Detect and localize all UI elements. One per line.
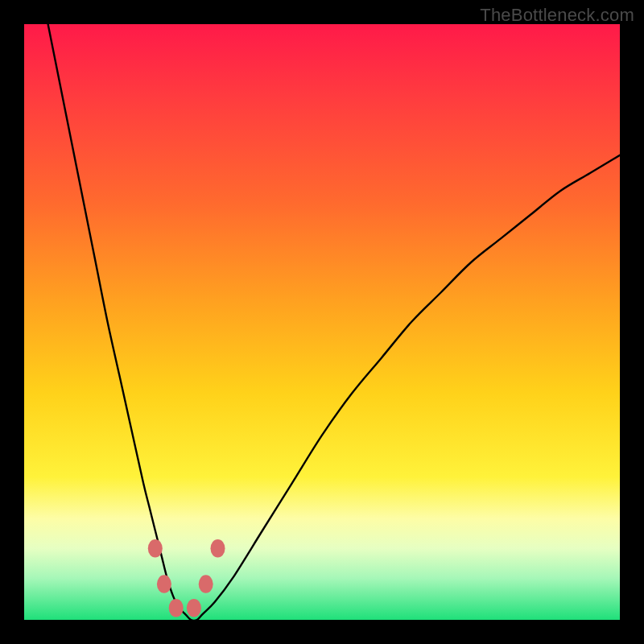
- watermark-text: TheBottleneck.com: [480, 5, 634, 26]
- threshold-dot: [187, 599, 201, 617]
- threshold-dot: [199, 575, 213, 593]
- threshold-dot: [169, 599, 184, 617]
- bottleneck-chart: [24, 24, 620, 620]
- threshold-dot: [157, 575, 171, 593]
- threshold-dot: [211, 539, 225, 558]
- plot-area: [24, 24, 620, 620]
- gradient-background: [24, 24, 620, 620]
- chart-frame: TheBottleneck.com: [0, 0, 644, 644]
- threshold-dot: [148, 539, 163, 558]
